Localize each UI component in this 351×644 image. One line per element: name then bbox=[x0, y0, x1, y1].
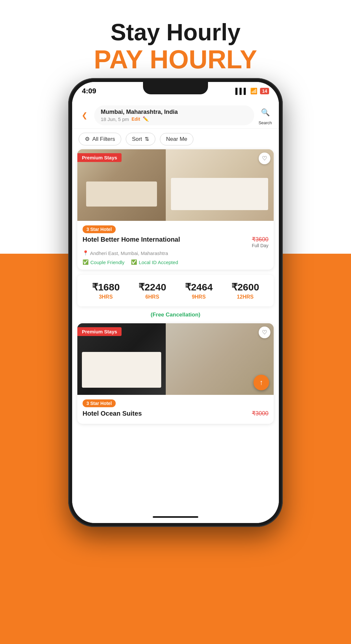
hotel-1-location: 📍 Andheri East, Mumbai, Maharashtra bbox=[83, 250, 268, 256]
all-filters-label: All Filters bbox=[92, 136, 115, 142]
all-filters-button[interactable]: ⚙ All Filters bbox=[79, 133, 121, 145]
hotel-2-image-right: ♡ ↑ bbox=[166, 323, 274, 395]
price-6hrs-amount: ₹2240 bbox=[138, 281, 166, 293]
hotel-1-price-block: ₹3600 Full Day bbox=[252, 236, 268, 248]
wifi-icon: 📶 bbox=[250, 87, 257, 95]
favorite-button-2[interactable]: ♡ bbox=[259, 327, 270, 338]
amenity-1-text: Couple Friendly bbox=[90, 260, 124, 265]
search-icon: 🔍 bbox=[258, 105, 272, 120]
status-time: 4:09 bbox=[82, 87, 96, 95]
filter-bar: ⚙ All Filters Sort ⇅ Near Me bbox=[72, 129, 279, 149]
check-icon-1: ✅ bbox=[83, 259, 89, 265]
location-date: 18 Jun, 5 pm Edit ✏️ bbox=[101, 116, 248, 122]
battery-badge: 14 bbox=[260, 88, 269, 94]
free-cancellation-text: (Free Cancellation) bbox=[72, 309, 279, 323]
amenity-2-text: Local ID Accepted bbox=[139, 260, 178, 265]
hotel-1-location-text: Andheri East, Mumbai, Maharashtra bbox=[90, 250, 168, 256]
location-city: Mumbai, Maharashtra, India bbox=[101, 109, 248, 115]
price-12hrs-label: 12HRS bbox=[231, 294, 259, 300]
location-info[interactable]: Mumbai, Maharashtra, India 18 Jun, 5 pm … bbox=[94, 105, 254, 125]
app-content: ❮ Mumbai, Maharashtra, India 18 Jun, 5 p… bbox=[72, 100, 279, 523]
amenity-couple-friendly: ✅ Couple Friendly bbox=[83, 259, 124, 265]
hotel-2-original-price: ₹3000 bbox=[252, 410, 268, 417]
hotel-2-price-block: ₹3000 bbox=[252, 410, 268, 417]
home-indicator bbox=[153, 516, 198, 518]
search-button[interactable]: 🔍 Search bbox=[258, 105, 272, 125]
price-12hrs-amount: ₹2600 bbox=[231, 281, 259, 293]
location-bar: ❮ Mumbai, Maharashtra, India 18 Jun, 5 p… bbox=[72, 100, 279, 129]
near-me-button[interactable]: Near Me bbox=[160, 133, 193, 145]
hotel-card-1[interactable]: Premium Stays ♡ 3 Star Hotel Hotel Bette… bbox=[77, 149, 274, 270]
price-item-3hrs[interactable]: ₹1680 3HRS bbox=[92, 281, 120, 300]
star-badge-1: 3 Star Hotel bbox=[83, 225, 116, 233]
premium-badge-1: Premium Stays bbox=[77, 153, 122, 162]
location-pin-icon: 📍 bbox=[83, 250, 89, 256]
filter-icon: ⚙ bbox=[85, 136, 90, 142]
hotel-2-image-left: Premium Stays bbox=[77, 323, 166, 395]
sort-icon: ⇅ bbox=[145, 136, 149, 142]
pencil-icon: ✏️ bbox=[143, 116, 149, 122]
sort-button[interactable]: Sort ⇅ bbox=[126, 133, 155, 145]
hotel-1-price-label: Full Day bbox=[252, 243, 268, 248]
search-label: Search bbox=[258, 120, 272, 125]
price-9hrs-amount: ₹2464 bbox=[185, 281, 213, 293]
hotel-2-name-row: Hotel Ocean Suites ₹3000 bbox=[83, 410, 268, 417]
price-3hrs-amount: ₹1680 bbox=[92, 281, 120, 293]
hotel-1-info: 3 Star Hotel Hotel Better Home Internati… bbox=[77, 221, 274, 270]
price-item-9hrs[interactable]: ₹2464 9HRS bbox=[185, 281, 213, 300]
price-item-12hrs[interactable]: ₹2600 12HRS bbox=[231, 281, 259, 300]
premium-badge-2: Premium Stays bbox=[77, 327, 122, 336]
signal-icon: ▌▌▌ bbox=[235, 88, 248, 95]
hotel-2-name: Hotel Ocean Suites bbox=[83, 410, 249, 417]
sort-label: Sort bbox=[132, 136, 142, 142]
price-item-6hrs[interactable]: ₹2240 6HRS bbox=[138, 281, 166, 300]
status-icons: ▌▌▌ 📶 14 bbox=[235, 87, 269, 95]
hotel-1-image-right: ♡ bbox=[166, 149, 274, 221]
price-3hrs-label: 3HRS bbox=[92, 294, 120, 300]
headline-line1: Stay Hourly bbox=[0, 20, 351, 45]
hotel-1-image-left: Premium Stays bbox=[77, 149, 166, 221]
hotel-2-images: Premium Stays ♡ ↑ bbox=[77, 323, 274, 395]
hotel-card-2[interactable]: Premium Stays ♡ ↑ 3 Star Hotel Hotel Oce… bbox=[77, 323, 274, 424]
hotel-1-name: Hotel Better Home International bbox=[83, 236, 249, 243]
headline-line2: PAY HOURLY bbox=[0, 45, 351, 74]
favorite-button-1[interactable]: ♡ bbox=[259, 153, 270, 164]
scroll-up-button[interactable]: ↑ bbox=[254, 375, 269, 390]
hotel-1-name-row: Hotel Better Home International ₹3600 Fu… bbox=[83, 236, 268, 248]
phone-notch bbox=[143, 82, 208, 94]
hotel-2-info: 3 Star Hotel Hotel Ocean Suites ₹3000 bbox=[77, 395, 274, 424]
room-image-2 bbox=[166, 149, 274, 221]
edit-button[interactable]: Edit bbox=[132, 116, 140, 122]
check-icon-2: ✅ bbox=[131, 259, 137, 265]
hotel-1-images: Premium Stays ♡ bbox=[77, 149, 274, 221]
price-6hrs-label: 6HRS bbox=[138, 294, 166, 300]
phone-outer-shell: 4:09 ▌▌▌ 📶 14 ❮ Mumbai, Maharashtra, Ind… bbox=[68, 78, 283, 527]
back-button[interactable]: ❮ bbox=[79, 110, 90, 121]
price-9hrs-label: 9HRS bbox=[185, 294, 213, 300]
phone-inner-screen: 4:09 ▌▌▌ 📶 14 ❮ Mumbai, Maharashtra, Ind… bbox=[72, 82, 279, 523]
header-section: Stay Hourly PAY HOURLY bbox=[0, 20, 351, 74]
hotel-1-original-price: ₹3600 bbox=[252, 236, 268, 243]
amenity-local-id: ✅ Local ID Accepted bbox=[131, 259, 178, 265]
near-me-label: Near Me bbox=[166, 136, 187, 142]
phone-mockup: 4:09 ▌▌▌ 📶 14 ❮ Mumbai, Maharashtra, Ind… bbox=[68, 78, 283, 527]
hotel-1-amenities: ✅ Couple Friendly ✅ Local ID Accepted bbox=[83, 259, 268, 265]
date-text: 18 Jun, 5 pm bbox=[101, 116, 129, 122]
pricing-strip: ₹1680 3HRS ₹2240 6HRS ₹2464 9HRS ₹2600 1… bbox=[77, 275, 274, 306]
star-badge-2: 3 Star Hotel bbox=[83, 399, 116, 407]
